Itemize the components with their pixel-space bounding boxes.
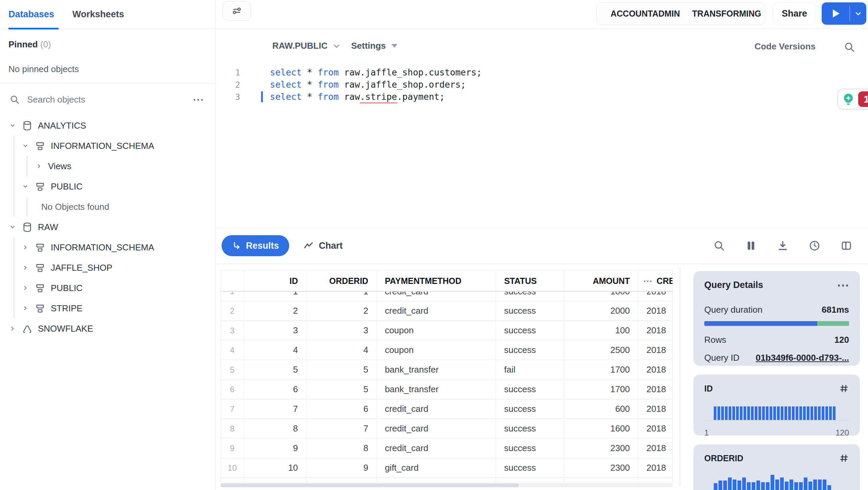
tree-item-public[interactable]: PUBLIC [0, 278, 215, 298]
search-objects-placeholder[interactable]: Search objects [27, 94, 185, 105]
table-cell: 7 [244, 399, 306, 419]
chevron-down-icon[interactable] [9, 121, 17, 130]
editor-search-button[interactable] [844, 41, 855, 54]
database-schema-selector[interactable]: RAW.PUBLIC [272, 41, 341, 51]
tab-worksheets[interactable]: Worksheets [72, 9, 124, 20]
histogram-bar [756, 481, 760, 490]
chevron-right-icon[interactable] [22, 284, 30, 292]
table-cell: 9 [306, 458, 377, 477]
table-row[interactable]: 111credit_cardsuccess10002018 [221, 292, 673, 301]
editor-settings-menu[interactable]: Settings [351, 41, 397, 51]
hash-icon[interactable] [839, 453, 849, 463]
code-text: select * from raw.jaffle_shop.customers; [270, 67, 482, 77]
horizontal-scrollbar[interactable] [221, 483, 673, 487]
chevron-down-icon[interactable] [22, 142, 30, 150]
split-panel-button[interactable] [840, 240, 852, 252]
table-cell: 2018 [638, 419, 673, 438]
share-button[interactable]: Share [773, 2, 816, 25]
query-id-link[interactable]: 01b349f6-0000-d793-... [756, 353, 849, 363]
sidebar-more-menu[interactable]: ⋯ [192, 96, 205, 103]
chevron-down-icon[interactable] [9, 223, 17, 231]
chevron-right-icon[interactable] [22, 264, 30, 272]
results-toolbar: Results Chart [216, 228, 868, 264]
column-header-status[interactable]: STATUS [496, 271, 564, 291]
table-row[interactable]: 887credit_cardsuccess16002018 [221, 419, 673, 439]
chevron-right-icon[interactable] [35, 162, 43, 170]
tab-chart[interactable]: Chart [303, 241, 343, 251]
tree-item-public[interactable]: PUBLIC [0, 176, 215, 197]
query-details-menu[interactable]: ⋯ [837, 283, 849, 288]
table-row[interactable]: 222credit_cardsuccess20002018 [221, 301, 673, 321]
chevron-down-icon[interactable] [22, 182, 30, 191]
column-overflow-icon[interactable]: ⋯ [643, 275, 653, 287]
histogram-bar [788, 406, 791, 420]
vertical-scrollbar-track[interactable] [680, 268, 680, 486]
table-row[interactable]: 665bank_transfersuccess17002018 [221, 380, 673, 399]
table-row[interactable]: 444couponsuccess25002018 [221, 340, 673, 360]
histogram-bar [732, 406, 735, 420]
tree-item-raw[interactable]: RAW [0, 217, 215, 237]
histogram-bar [825, 406, 828, 420]
column-header-id[interactable]: ID [244, 271, 306, 291]
table-cell: success [496, 439, 564, 458]
orderid-card-title: ORDERID [704, 453, 743, 463]
code-versions-link[interactable]: Code Versions [754, 41, 816, 52]
columns-button[interactable] [745, 240, 757, 252]
tree-item-views[interactable]: Views [0, 156, 215, 176]
column-header-paymentmethod[interactable]: PAYMENTMETHOD [377, 271, 496, 291]
session-context-button[interactable]: ACCOUNTADMIN TRANSFORMING [596, 2, 766, 25]
tree-item-jaffle-shop[interactable]: JAFFLE_SHOP [0, 258, 215, 278]
table-cell: fail [496, 360, 564, 379]
tree-item-snowflake[interactable]: SNOWFLAKE [0, 318, 215, 339]
histogram-bar [742, 477, 746, 490]
table-cell: success [496, 399, 564, 419]
code-line[interactable]: 2select * from raw.jaffle_shop.orders; [216, 79, 482, 91]
query-history-button[interactable] [808, 240, 821, 252]
tree-item-information-schema[interactable]: INFORMATION_SCHEMA [0, 237, 215, 258]
schema-icon [35, 242, 46, 253]
histogram-bar [766, 406, 769, 420]
table-cell [496, 478, 564, 482]
tree-item-analytics[interactable]: ANALYTICS [0, 115, 215, 136]
table-row[interactable]: 776credit_cardsuccess6002018 [221, 399, 673, 419]
line-number: 2 [216, 80, 240, 90]
tab-results[interactable]: Results [222, 235, 289, 256]
notification-badge: 1 [858, 91, 868, 107]
horizontal-scrollbar-thumb[interactable] [221, 483, 519, 487]
table-cell: 2018 [638, 380, 673, 399]
histogram-bar [751, 406, 754, 420]
code-line[interactable]: 3select * from raw.stripe.payment; [216, 91, 482, 103]
histogram-bar [714, 483, 717, 490]
table-cell: success [496, 292, 564, 301]
sql-editor[interactable]: 1select * from raw.jaffle_shop.customers… [216, 66, 482, 103]
histogram-bar [792, 406, 795, 420]
main-area: ACCOUNTADMIN TRANSFORMING Share RAW.PUBL… [216, 0, 868, 490]
clock-icon [808, 240, 821, 252]
tree-item-stripe[interactable]: STRIPE [0, 298, 215, 318]
worksheet-filters-button[interactable] [223, 1, 251, 21]
column-header-amount[interactable]: AMOUNT [564, 271, 638, 291]
hash-icon[interactable] [839, 383, 849, 394]
column-header-created[interactable]: ⋯CREATED [638, 271, 673, 291]
tree-item-information-schema[interactable]: INFORMATION_SCHEMA [0, 136, 215, 156]
app-root: Databases Worksheets Pinned (0) No pinne… [0, 0, 868, 490]
code-line[interactable]: 1select * from raw.jaffle_shop.customers… [216, 66, 482, 79]
run-button[interactable] [822, 2, 849, 25]
table-row[interactable]: 998credit_cardsuccess23002018 [221, 439, 673, 458]
table-row[interactable]: 10109gift_cardsuccess23002018 [221, 458, 673, 478]
tree-empty-message: No Objects found [0, 197, 215, 217]
table-cell: 4 [244, 340, 306, 360]
copilot-suggestion-widget[interactable]: 1 [837, 89, 868, 110]
search-results-button[interactable] [713, 240, 725, 252]
histogram-bar [790, 480, 793, 490]
table-row[interactable]: 555bank_transferfail17002018 [221, 360, 673, 380]
download-results-button[interactable] [777, 240, 789, 252]
chevron-right-icon[interactable] [22, 243, 30, 251]
run-options-button[interactable] [850, 2, 866, 25]
tab-databases[interactable]: Databases [8, 9, 54, 20]
chevron-right-icon[interactable] [22, 304, 30, 312]
object-search[interactable]: Search objects ⋯ [0, 84, 215, 115]
chevron-right-icon[interactable] [9, 325, 17, 333]
column-header-orderid[interactable]: ORDERID [306, 271, 377, 291]
table-row[interactable]: 333couponsuccess1002018 [221, 321, 673, 340]
